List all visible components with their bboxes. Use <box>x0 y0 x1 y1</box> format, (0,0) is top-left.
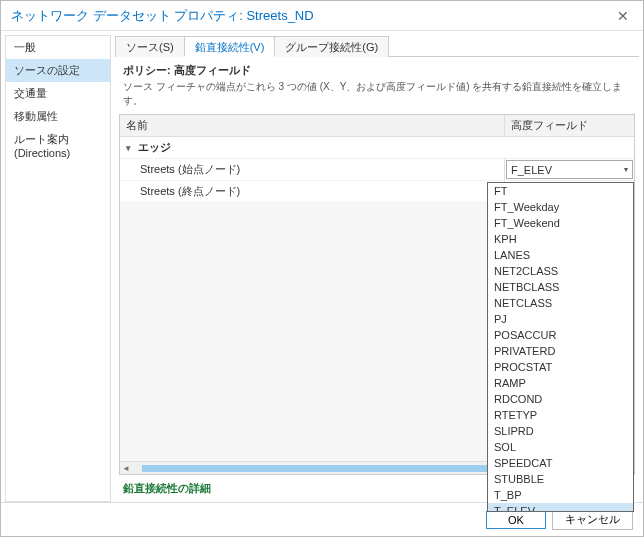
dropdown-option[interactable]: SPEEDCAT <box>488 455 633 471</box>
tab-0[interactable]: ソース(S) <box>115 36 185 57</box>
elevation-field-dropdown[interactable]: FTFT_WeekdayFT_WeekendKPHLANESNET2CLASSN… <box>487 182 634 512</box>
dropdown-option[interactable]: T_ELEV <box>488 503 633 512</box>
group-row-edges[interactable]: ▾ エッジ <box>120 137 634 159</box>
chevron-down-icon: ▾ <box>624 165 628 174</box>
dropdown-option[interactable]: SOL <box>488 439 633 455</box>
sidebar: 一般ソースの設定交通量移動属性ルート案内 (Directions) <box>5 35 111 502</box>
elevation-field-combo[interactable]: F_ELEV▾ <box>506 160 633 179</box>
sidebar-item-1[interactable]: ソースの設定 <box>6 59 110 82</box>
dropdown-option[interactable]: RDCOND <box>488 391 633 407</box>
dropdown-option[interactable]: NETBCLASS <box>488 279 633 295</box>
dropdown-option[interactable]: PRIVATERD <box>488 343 633 359</box>
policy-block: ポリシー: 高度フィールド ソース フィーチャの端点がこれら 3 つの値 (X、… <box>115 57 639 110</box>
policy-title: ポリシー: 高度フィールド <box>123 63 631 78</box>
combo-value: F_ELEV <box>511 164 552 176</box>
main-panel: ソース(S)鉛直接続性(V)グループ接続性(G) ポリシー: 高度フィールド ソ… <box>115 35 639 502</box>
sidebar-item-4[interactable]: ルート案内 (Directions) <box>6 128 110 163</box>
dropdown-option[interactable]: PJ <box>488 311 633 327</box>
table-row: Streets (始点ノード)F_ELEV▾ <box>120 159 634 181</box>
dialog-window: ネットワーク データセット プロパティ: Streets_ND ✕ 一般ソースの… <box>0 0 644 537</box>
ok-button[interactable]: OK <box>486 511 546 529</box>
dropdown-option[interactable]: KPH <box>488 231 633 247</box>
dropdown-option[interactable]: LANES <box>488 247 633 263</box>
dropdown-option[interactable]: NETCLASS <box>488 295 633 311</box>
dropdown-option[interactable]: RAMP <box>488 375 633 391</box>
dropdown-option[interactable]: FT_Weekend <box>488 215 633 231</box>
sidebar-item-0[interactable]: 一般 <box>6 36 110 59</box>
tab-1[interactable]: 鉛直接続性(V) <box>184 36 276 57</box>
row-field-cell: F_ELEV▾ <box>504 159 634 180</box>
window-title: ネットワーク データセット プロパティ: Streets_ND <box>11 7 314 25</box>
grid-header: 名前 高度フィールド <box>120 115 634 137</box>
dropdown-option[interactable]: SLIPRD <box>488 423 633 439</box>
dropdown-option[interactable]: FT <box>488 183 633 199</box>
sidebar-item-2[interactable]: 交通量 <box>6 82 110 105</box>
dropdown-option[interactable]: T_BP <box>488 487 633 503</box>
col-header-field[interactable]: 高度フィールド <box>504 115 634 136</box>
chevron-down-icon: ▾ <box>126 143 138 153</box>
titlebar: ネットワーク データセット プロパティ: Streets_ND ✕ <box>1 1 643 31</box>
group-label: エッジ <box>138 140 171 155</box>
tabs: ソース(S)鉛直接続性(V)グループ接続性(G) <box>115 35 639 57</box>
scroll-left-icon[interactable]: ◄ <box>120 464 132 473</box>
tab-2[interactable]: グループ接続性(G) <box>274 36 389 57</box>
dropdown-option[interactable]: FT_Weekday <box>488 199 633 215</box>
dropdown-option[interactable]: NET2CLASS <box>488 263 633 279</box>
dialog-body: 一般ソースの設定交通量移動属性ルート案内 (Directions) ソース(S)… <box>1 31 643 502</box>
row-name: Streets (始点ノード) <box>120 159 504 180</box>
row-name: Streets (終点ノード) <box>120 181 504 202</box>
close-icon[interactable]: ✕ <box>611 6 635 26</box>
col-header-name[interactable]: 名前 <box>120 115 504 136</box>
dropdown-option[interactable]: RTETYP <box>488 407 633 423</box>
sidebar-item-3[interactable]: 移動属性 <box>6 105 110 128</box>
dropdown-option[interactable]: POSACCUR <box>488 327 633 343</box>
dropdown-option[interactable]: PROCSTAT <box>488 359 633 375</box>
cancel-button[interactable]: キャンセル <box>552 509 633 530</box>
policy-desc: ソース フィーチャの端点がこれら 3 つの値 (X、Y、および高度フィールド値)… <box>123 78 631 108</box>
dropdown-option[interactable]: STUBBLE <box>488 471 633 487</box>
